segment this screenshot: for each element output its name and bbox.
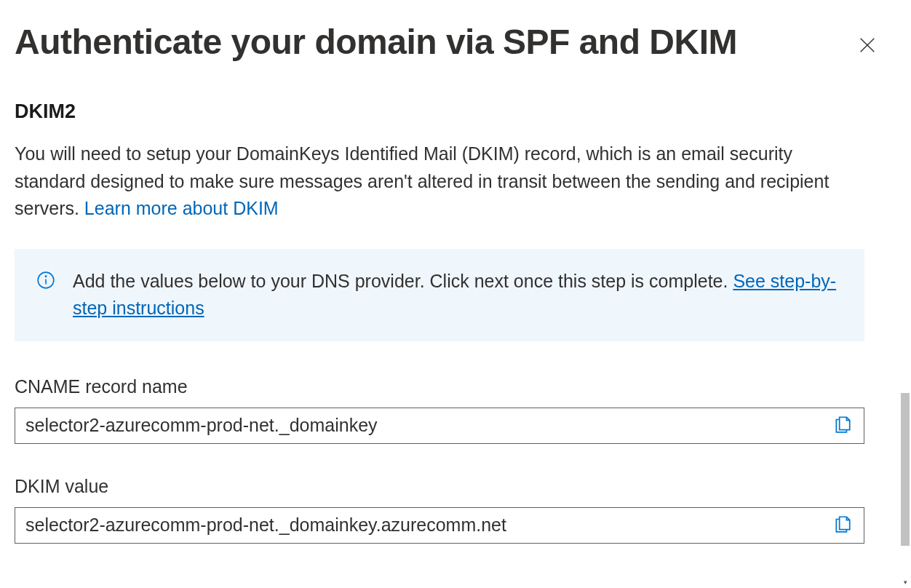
info-box: Add the values below to your DNS provide… [15, 249, 864, 341]
svg-point-4 [45, 276, 46, 277]
info-message: Add the values below to your DNS provide… [73, 271, 733, 291]
info-text: Add the values below to your DNS provide… [73, 268, 843, 322]
dkim-field-box [15, 507, 864, 544]
auth-domain-panel: Authenticate your domain via SPF and DKI… [0, 0, 911, 588]
panel-content: DKIM2 You will need to setup your Domain… [15, 100, 911, 544]
cname-copy-button[interactable] [832, 413, 854, 437]
page-title: Authenticate your domain via SPF and DKI… [15, 20, 737, 64]
section-heading: DKIM2 [15, 100, 864, 123]
cname-input[interactable] [25, 415, 832, 436]
cname-field-group: CNAME record name [15, 376, 864, 444]
dkim-label: DKIM value [15, 476, 864, 497]
close-button[interactable] [853, 31, 882, 62]
section-description: You will need to setup your DomainKeys I… [15, 140, 864, 223]
scrollbar-track[interactable]: ▾ [899, 0, 911, 588]
copy-icon [833, 514, 852, 533]
scrollbar-down-arrow[interactable]: ▾ [899, 576, 911, 588]
scrollbar-thumb[interactable] [901, 393, 910, 546]
dkim-input[interactable] [25, 514, 832, 536]
panel-header: Authenticate your domain via SPF and DKI… [15, 20, 911, 64]
learn-more-link[interactable]: Learn more about DKIM [84, 198, 279, 218]
info-icon [36, 271, 55, 293]
cname-label: CNAME record name [15, 376, 864, 397]
cname-field-box [15, 408, 864, 444]
copy-icon [833, 415, 852, 434]
close-icon [857, 35, 878, 55]
dkim-copy-button[interactable] [832, 513, 854, 537]
dkim-field-group: DKIM value [15, 476, 864, 544]
